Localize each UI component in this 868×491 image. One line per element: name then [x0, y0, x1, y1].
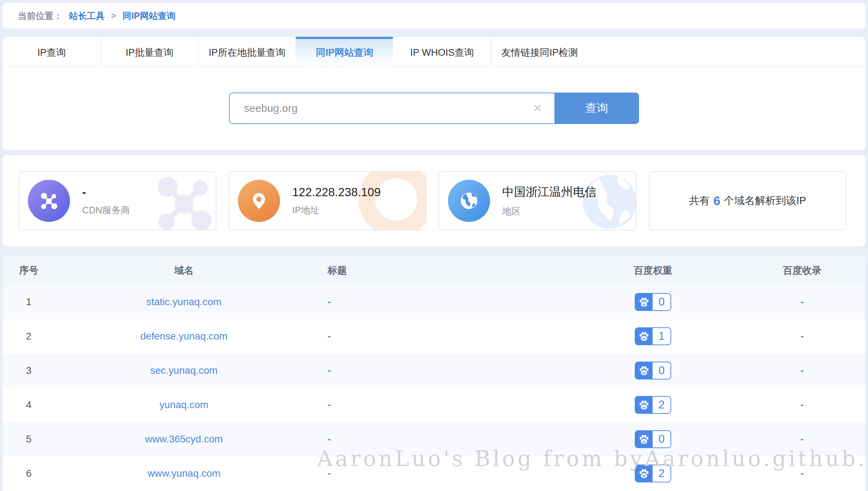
svg-text:du: du — [642, 371, 646, 375]
breadcrumb-link-current[interactable]: 同IP网站查询 — [123, 10, 176, 22]
query-button[interactable]: 查询 — [554, 93, 639, 124]
domain-link[interactable]: sec.yunaq.com — [150, 365, 218, 376]
title-value: - — [328, 433, 331, 445]
baidu-included-value: - — [800, 365, 804, 376]
domain-count-suffix: 个域名解析到该IP — [724, 194, 806, 208]
table-row: 5 www.365cyd.com - du0 - — [3, 422, 865, 456]
row-seq: 4 — [3, 399, 55, 411]
tab-bar: IP查询 IP批量查询 IP所在地批量查询 同IP网站查询 IP WHOIS查询… — [3, 37, 865, 66]
baidu-paw-icon: du — [635, 294, 653, 310]
search-box: ✕ — [229, 93, 554, 124]
tab-ip-location-batch-query[interactable]: IP所在地批量查询 — [198, 37, 295, 66]
table-row: 3 sec.yunaq.com - du0 - — [3, 353, 865, 388]
header-baidu-included: 百度收录 — [739, 264, 865, 277]
baidu-paw-icon: du — [635, 328, 653, 344]
baidu-weight-badge[interactable]: du0 — [635, 362, 671, 380]
svg-text:du: du — [642, 440, 646, 443]
region-value: 中国浙江温州电信 — [502, 184, 597, 200]
title-value: - — [328, 468, 331, 479]
baidu-weight-badge[interactable]: du1 — [635, 327, 671, 345]
domain-count-card: 共有 6 个域名解析到该IP — [649, 171, 847, 230]
cdn-value: - — [82, 185, 130, 199]
search-input[interactable] — [243, 102, 531, 115]
svg-text:du: du — [642, 303, 646, 306]
globe-icon — [448, 180, 490, 222]
row-seq: 2 — [3, 331, 55, 342]
cdn-network-watermark-icon — [146, 171, 216, 230]
header-seq: 序号 — [3, 264, 55, 277]
cdn-network-icon — [28, 180, 70, 222]
baidu-weight-badge[interactable]: du2 — [635, 396, 671, 414]
region-label: 地区 — [502, 205, 597, 218]
table-row: 2 defense.yunaq.com - du1 - — [3, 319, 865, 353]
tab-same-ip-site-query[interactable]: 同IP网站查询 — [295, 37, 393, 66]
breadcrumb: 当前位置： 站长工具 > 同IP网站查询 — [3, 3, 865, 29]
query-panel: IP查询 IP批量查询 IP所在地批量查询 同IP网站查询 IP WHOIS查询… — [3, 37, 865, 150]
location-pin-icon — [238, 180, 280, 222]
table-header-row: 序号 域名 标题 百度权重 百度收录 — [3, 256, 865, 285]
domain-link[interactable]: static.yunaq.com — [146, 296, 221, 307]
ip-card: 122.228.238.109 IP地址 — [229, 171, 426, 230]
info-cards-panel: - CDN服务商 122.228.238.1 — [3, 155, 865, 247]
domain-count-value: 6 — [713, 194, 720, 208]
tab-friend-link-same-ip-check[interactable]: 友情链接同IP检测 — [490, 37, 588, 66]
svg-text:du: du — [642, 406, 646, 409]
baidu-weight-badge[interactable]: du2 — [635, 465, 671, 482]
row-seq: 3 — [3, 365, 55, 376]
header-baidu-weight: 百度权重 — [567, 264, 739, 277]
table-row: 1 static.yunaq.com - du0 - — [3, 285, 865, 319]
svg-text:du: du — [642, 474, 646, 478]
tab-ip-batch-query[interactable]: IP批量查询 — [100, 37, 198, 66]
table-row: 6 www.yunaq.com - du2 - — [3, 456, 865, 491]
baidu-weight-badge[interactable]: du0 — [635, 430, 671, 448]
domain-count-prefix: 共有 — [689, 194, 710, 208]
row-seq: 1 — [3, 296, 55, 308]
baidu-included-value: - — [800, 296, 804, 307]
ip-label: IP地址 — [292, 204, 381, 217]
tab-ip-query[interactable]: IP查询 — [3, 37, 100, 66]
title-value: - — [328, 296, 331, 307]
search-row: ✕ 查询 — [3, 66, 865, 150]
svg-text:du: du — [642, 337, 646, 341]
baidu-weight-value: 1 — [653, 328, 670, 344]
baidu-weight-value: 0 — [653, 294, 670, 310]
tab-ip-whois-query[interactable]: IP WHOIS查询 — [393, 37, 490, 66]
baidu-paw-icon: du — [635, 431, 653, 447]
breadcrumb-link-home[interactable]: 站长工具 — [69, 10, 105, 22]
baidu-weight-value: 2 — [653, 397, 670, 413]
row-seq: 6 — [3, 468, 55, 479]
baidu-paw-icon: du — [635, 397, 653, 413]
cdn-card: - CDN服务商 — [19, 171, 216, 230]
header-title: 标题 — [313, 264, 567, 277]
ip-value: 122.228.238.109 — [292, 185, 381, 199]
row-seq: 5 — [3, 433, 55, 445]
header-domain: 域名 — [55, 264, 313, 277]
region-card: 中国浙江温州电信 地区 — [439, 171, 637, 230]
domain-link[interactable]: www.365cyd.com — [145, 433, 223, 445]
domain-link[interactable]: yunaq.com — [159, 399, 208, 410]
breadcrumb-separator: > — [111, 11, 116, 21]
table-row: 4 yunaq.com - du2 - — [3, 388, 865, 422]
baidu-included-value: - — [800, 331, 804, 342]
title-value: - — [328, 365, 331, 376]
baidu-weight-value: 0 — [653, 431, 670, 447]
breadcrumb-label: 当前位置： — [18, 10, 63, 22]
cdn-label: CDN服务商 — [82, 204, 130, 217]
baidu-paw-icon: du — [635, 362, 653, 379]
title-value: - — [328, 399, 331, 410]
clear-input-icon[interactable]: ✕ — [531, 103, 544, 114]
baidu-included-value: - — [800, 433, 804, 445]
domain-link[interactable]: www.yunaq.com — [148, 468, 220, 479]
baidu-weight-value: 0 — [653, 362, 670, 379]
title-value: - — [328, 331, 331, 342]
results-table: 序号 域名 标题 百度权重 百度收录 1 static.yunaq.com - … — [3, 256, 865, 491]
domain-link[interactable]: defense.yunaq.com — [140, 331, 228, 342]
baidu-weight-value: 2 — [653, 465, 670, 482]
baidu-weight-badge[interactable]: du0 — [635, 293, 671, 311]
baidu-included-value: - — [800, 468, 804, 479]
baidu-paw-icon: du — [635, 465, 653, 482]
baidu-included-value: - — [800, 399, 804, 410]
